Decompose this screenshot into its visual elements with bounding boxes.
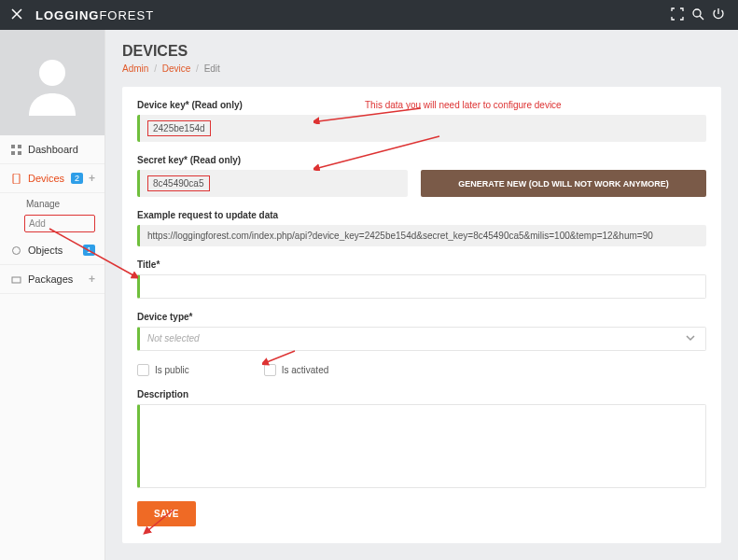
- example-request-field: https://loggingforest.com/index.php/api?…: [137, 225, 706, 246]
- sidebar-item-packages[interactable]: Packages +: [0, 265, 104, 294]
- breadcrumb: Admin / Device / Edit: [122, 63, 721, 74]
- top-bar: LOGGINGFOREST: [0, 0, 738, 30]
- svg-point-7: [12, 246, 20, 254]
- main-content: DEVICES Admin / Device / Edit This data …: [105, 30, 738, 560]
- svg-point-0: [693, 9, 701, 17]
- sidebar-item-label: Objects: [28, 245, 79, 256]
- avatar: [0, 30, 104, 135]
- breadcrumb-current: Edit: [204, 63, 220, 74]
- brand-logo: LOGGINGFOREST: [35, 8, 154, 22]
- save-button[interactable]: SAVE: [137, 501, 196, 526]
- fullscreen-icon[interactable]: [667, 7, 688, 23]
- expand-icon[interactable]: +: [89, 172, 95, 185]
- sidebar-item-label: Dashboard: [28, 144, 95, 155]
- description-textarea[interactable]: [137, 404, 706, 488]
- title-label: Title*: [137, 259, 706, 270]
- sidebar-item-label: Packages: [28, 273, 89, 285]
- svg-point-1: [39, 60, 65, 86]
- device-type-select[interactable]: Not selected: [137, 327, 706, 351]
- generate-new-button[interactable]: GENERATE NEW (OLD WILL NOT WORK ANYMORE): [421, 170, 706, 197]
- objects-icon: [9, 244, 22, 257]
- device-key-field: 2425be154d: [137, 115, 706, 142]
- sidebar-item-dashboard[interactable]: Dashboard: [0, 135, 104, 164]
- power-icon[interactable]: [708, 7, 729, 23]
- form-card: This data you will need later to configu…: [122, 87, 721, 543]
- is-public-checkbox[interactable]: Is public: [137, 364, 189, 376]
- sidebar-item-devices[interactable]: Devices 2 +: [0, 164, 104, 193]
- svg-line-11: [267, 351, 295, 362]
- sidebar-item-objects[interactable]: Objects 1: [0, 236, 104, 265]
- sidebar-item-label: Devices: [28, 173, 67, 184]
- page-title: DEVICES: [122, 43, 721, 60]
- secret-key-field: 8c45490ca5: [137, 170, 408, 197]
- badge: 1: [83, 245, 95, 256]
- svg-rect-8: [12, 277, 21, 283]
- device-key-value: 2425be154d: [147, 120, 211, 136]
- grid-icon: [9, 143, 22, 156]
- secret-key-value: 8c45490ca5: [147, 175, 210, 191]
- is-activated-checkbox[interactable]: Is activated: [264, 364, 329, 376]
- hint-text: This data you will need later to configu…: [365, 100, 562, 110]
- svg-rect-4: [11, 151, 15, 155]
- device-type-label: Device type*: [137, 312, 706, 322]
- close-icon[interactable]: [9, 8, 24, 22]
- sidebar: Dashboard Devices 2 + Manage Add Objects…: [0, 30, 105, 560]
- breadcrumb-device[interactable]: Device: [162, 63, 191, 74]
- sidebar-sub-manage[interactable]: Manage: [0, 193, 104, 215]
- svg-rect-2: [11, 145, 15, 148]
- device-icon: [9, 172, 22, 185]
- example-label: Example request to update data: [137, 210, 706, 220]
- chevron-down-icon: [685, 332, 696, 345]
- breadcrumb-admin[interactable]: Admin: [122, 63, 148, 74]
- svg-rect-6: [13, 174, 20, 184]
- badge: 2: [71, 173, 83, 184]
- sidebar-sub-add[interactable]: Add: [24, 215, 95, 232]
- packages-icon: [9, 273, 22, 286]
- svg-rect-3: [18, 145, 21, 148]
- description-label: Description: [137, 389, 706, 399]
- search-icon[interactable]: [688, 7, 708, 23]
- svg-rect-5: [18, 151, 21, 155]
- title-input[interactable]: [137, 274, 706, 299]
- secret-key-label: Secret key* (Read only): [137, 155, 706, 165]
- expand-icon[interactable]: +: [89, 273, 95, 286]
